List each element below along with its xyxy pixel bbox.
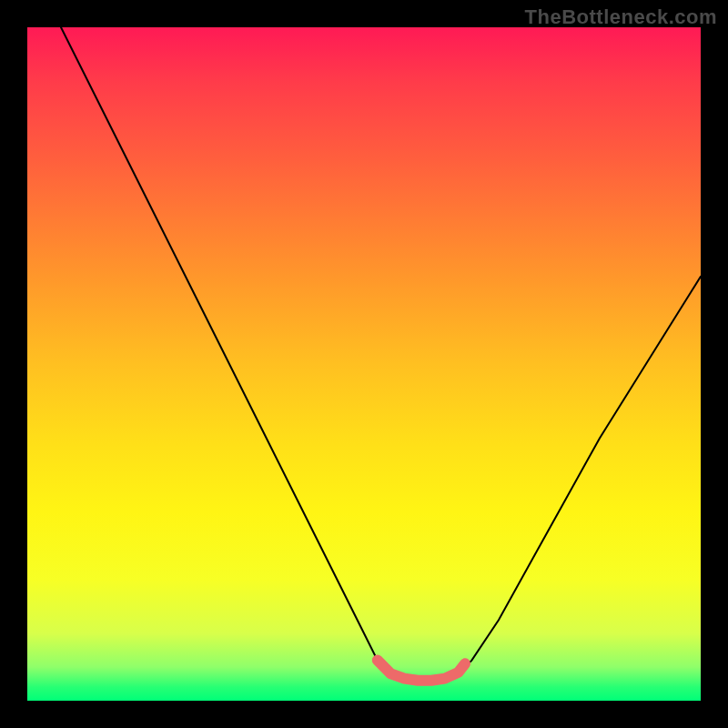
plot-area <box>27 27 701 701</box>
bottleneck-curve <box>61 27 701 681</box>
optimal-region-curve <box>378 661 465 681</box>
curve-layer <box>27 27 701 701</box>
chart-frame: TheBottleneck.com <box>0 0 728 728</box>
watermark-text: TheBottleneck.com <box>525 5 717 29</box>
